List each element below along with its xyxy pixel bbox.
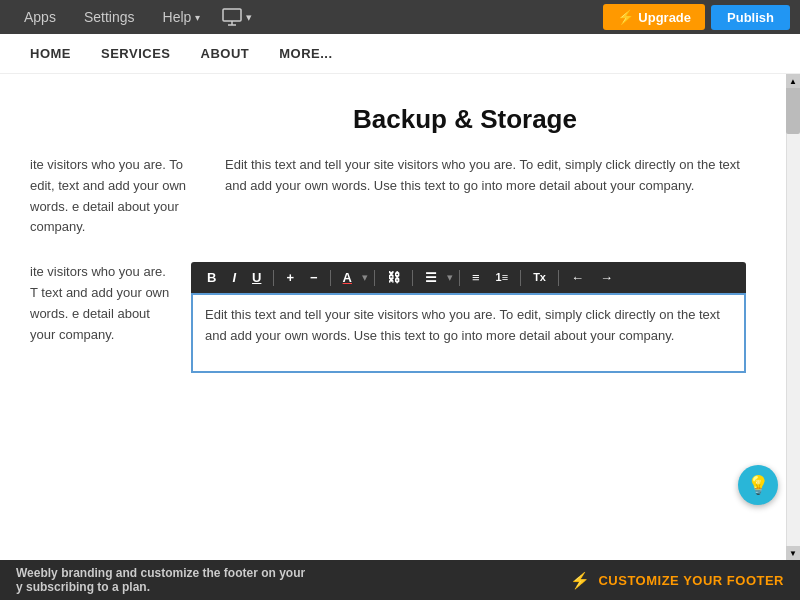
redo-button[interactable]: → — [594, 268, 619, 287]
link-button[interactable]: ⛓ — [381, 268, 406, 287]
customize-footer-button[interactable]: ⚡ CUSTOMIZE YOUR FOOTER — [570, 571, 784, 590]
footer-bar: Weebly branding and customize the footer… — [0, 560, 800, 600]
text-row-2: ite visitors who you are. T text and add… — [30, 262, 760, 373]
color-dropdown[interactable]: ▾ — [362, 271, 368, 284]
nav-help[interactable]: Help ▾ — [149, 0, 215, 34]
editor-toolbar: B I U + − A ▾ ⛓ ☰ ▾ ≡ 1≡ — [191, 262, 746, 293]
main-content: Backup & Storage ite visitors who you ar… — [0, 74, 800, 560]
chevron-down-icon: ▾ — [195, 12, 200, 23]
page-nav-more[interactable]: MORE... — [279, 46, 332, 61]
page-nav-services[interactable]: SERVICES — [101, 46, 171, 61]
lightning-icon: ⚡ — [617, 9, 634, 25]
top-nav-right: ⚡ Upgrade Publish — [603, 4, 790, 30]
toolbar-divider-3 — [374, 270, 375, 286]
fab-button[interactable]: 💡 — [738, 465, 778, 505]
publish-button[interactable]: Publish — [711, 5, 790, 30]
text-col-left-1: ite visitors who you are. To edit, text … — [30, 155, 205, 238]
scroll-down-arrow[interactable]: ▼ — [786, 546, 800, 560]
clear-format-button[interactable]: Tx — [527, 269, 552, 286]
decrease-font-button[interactable]: − — [304, 268, 324, 287]
page-nav-about[interactable]: ABOUT — [201, 46, 250, 61]
text-row-1: ite visitors who you are. To edit, text … — [30, 155, 760, 238]
lightning-icon-footer: ⚡ — [570, 571, 590, 590]
increase-font-button[interactable]: + — [280, 268, 300, 287]
monitor-icon[interactable]: ▾ — [214, 0, 260, 34]
italic-button[interactable]: I — [226, 268, 242, 287]
toolbar-divider-4 — [412, 270, 413, 286]
nav-settings[interactable]: Settings — [70, 0, 149, 34]
monitor-dropdown-icon: ▾ — [246, 11, 252, 24]
ordered-list-button[interactable]: 1≡ — [490, 269, 515, 286]
toolbar-divider-1 — [273, 270, 274, 286]
lightbulb-icon: 💡 — [747, 474, 769, 496]
svg-rect-0 — [223, 9, 241, 21]
toolbar-divider-5 — [459, 270, 460, 286]
toolbar-divider-7 — [558, 270, 559, 286]
top-nav-left: Apps Settings Help ▾ ▾ — [10, 0, 603, 34]
align-button[interactable]: ☰ — [419, 268, 443, 287]
font-color-button[interactable]: A — [337, 268, 358, 287]
content-area: Backup & Storage ite visitors who you ar… — [0, 74, 800, 560]
underline-button[interactable]: U — [246, 268, 267, 287]
scroll-up-arrow[interactable]: ▲ — [786, 74, 800, 88]
toolbar-divider-2 — [330, 270, 331, 286]
editor-column: B I U + − A ▾ ⛓ ☰ ▾ ≡ 1≡ — [191, 262, 746, 373]
text-col-left-2: ite visitors who you are. T text and add… — [30, 262, 171, 373]
undo-button[interactable]: ← — [565, 268, 590, 287]
scrollbar-track[interactable]: ▲ ▼ — [786, 74, 800, 560]
editor-text-area[interactable]: Edit this text and tell your site visito… — [191, 293, 746, 373]
text-col-right-1: Edit this text and tell your site visito… — [225, 155, 746, 238]
footer-text-block: Weebly branding and customize the footer… — [16, 566, 305, 594]
toolbar-divider-6 — [520, 270, 521, 286]
align-dropdown[interactable]: ▾ — [447, 271, 453, 284]
top-nav-bar: Apps Settings Help ▾ ▾ ⚡ Upgrade Publish — [0, 0, 800, 34]
bold-button[interactable]: B — [201, 268, 222, 287]
unordered-list-button[interactable]: ≡ — [466, 268, 486, 287]
page-nav: HOME SERVICES ABOUT MORE... — [0, 34, 800, 74]
section-title: Backup & Storage — [30, 104, 760, 135]
upgrade-button[interactable]: ⚡ Upgrade — [603, 4, 705, 30]
page-nav-home[interactable]: HOME — [30, 46, 71, 61]
nav-apps[interactable]: Apps — [10, 0, 70, 34]
